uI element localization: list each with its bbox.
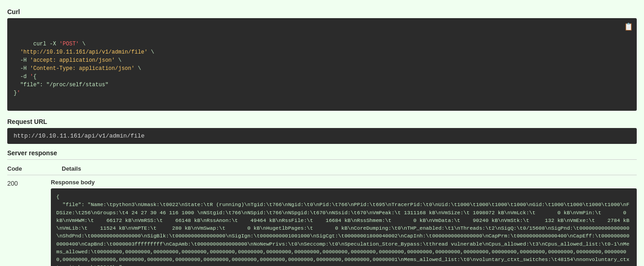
response-body-title: Response body bbox=[51, 179, 637, 186]
col-code-header: Code bbox=[7, 165, 44, 172]
col-details-header: Details bbox=[62, 165, 637, 172]
response-body-block: { "file": "Name:\tpython3\nUmask:\t0022\… bbox=[51, 188, 637, 266]
copy-icon-curl[interactable]: 📋 bbox=[624, 22, 633, 33]
divider bbox=[7, 159, 637, 160]
response-body-wrapper: { "file": "Name:\tpython3\nUmask:\t0022\… bbox=[51, 188, 637, 266]
request-url-block: http://10.10.11.161/api/v1/admin/file bbox=[7, 128, 637, 144]
details-cell: Response body { "file": "Name:\tpython3\… bbox=[51, 179, 637, 266]
curl-section: Curl 📋 curl -X 'POST' \ 'http://10.10.11… bbox=[0, 5, 644, 114]
server-response-section: Server response Code Details 200 Respons… bbox=[0, 148, 644, 266]
request-url-section: Request URL http://10.10.11.161/api/v1/a… bbox=[0, 114, 644, 148]
server-response-title: Server response bbox=[7, 149, 637, 157]
table-header: Code Details bbox=[7, 162, 637, 175]
response-code: 200 bbox=[7, 179, 51, 187]
table-row: 200 Response body { "file": "Name:\tpyth… bbox=[7, 175, 637, 266]
curl-title: Curl bbox=[7, 8, 637, 15]
curl-code-block: 📋 curl -X 'POST' \ 'http://10.10.11.161/… bbox=[7, 18, 637, 111]
page-container: Curl 📋 curl -X 'POST' \ 'http://10.10.11… bbox=[0, 0, 644, 266]
request-url-title: Request URL bbox=[7, 118, 637, 125]
